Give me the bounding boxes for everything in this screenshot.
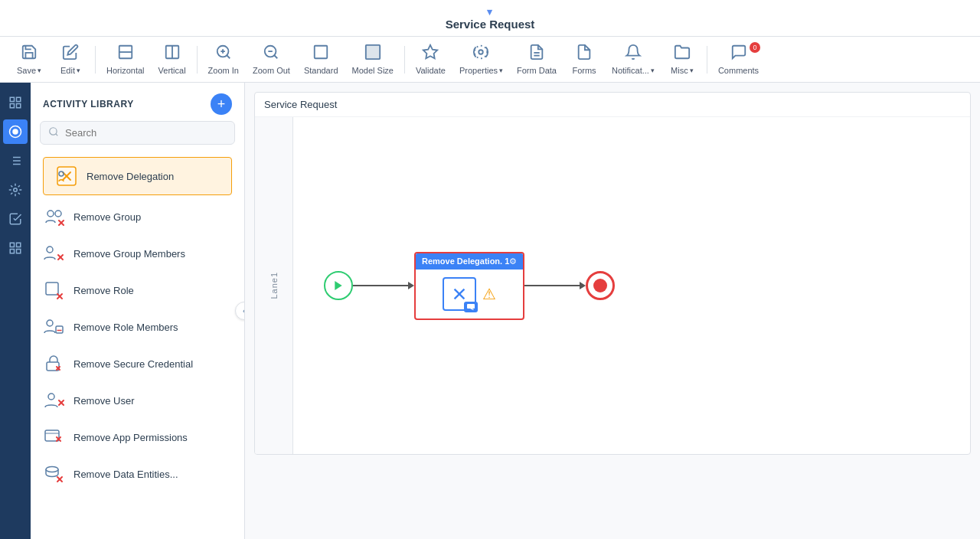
validate-button[interactable]: Validate: [410, 41, 452, 78]
svg-rect-21: [17, 104, 21, 108]
nav-list-icon[interactable]: [3, 149, 28, 173]
sidebar-item-label-remove-group-members: Remove Group Members: [74, 248, 185, 260]
svg-point-72: [46, 467, 58, 472]
page-title-area: ▾ Service Request: [446, 6, 535, 31]
activity-node-gear[interactable]: ⚙: [509, 256, 517, 266]
activity-node-title: Remove Delegation. 1: [422, 256, 509, 266]
misc-icon: [674, 44, 691, 64]
svg-line-38: [18, 185, 20, 187]
sidebar-item-remove-secure-credential[interactable]: Remove Secure Credential: [31, 345, 244, 382]
title-chevron[interactable]: ▾: [487, 6, 492, 18]
nav-layers-icon[interactable]: [3, 207, 28, 231]
chat-bubble: [464, 302, 478, 312]
sidebar-item-remove-delegation-wrapper: Remove Delegation: [31, 154, 244, 198]
model-size-icon: [364, 44, 381, 64]
canvas-flow: Remove Delegation. 1 ⚙: [293, 117, 970, 454]
flow-line-1: [353, 282, 414, 289]
notifications-icon: [625, 44, 642, 64]
forms-label: Forms: [572, 66, 596, 75]
form-data-label: Form Data: [517, 66, 557, 75]
sidebar-header: ACTIVITY LIBRARY +: [31, 83, 244, 121]
activity-sidebar: ACTIVITY LIBRARY +: [31, 83, 245, 539]
save-button[interactable]: Save▾: [9, 41, 49, 78]
properties-icon: [472, 44, 489, 64]
svg-rect-41: [17, 250, 21, 253]
flow-start-node[interactable]: [324, 271, 353, 300]
svg-line-36: [18, 193, 20, 194]
save-arrow: ▾: [38, 67, 41, 74]
forms-button[interactable]: Forms: [564, 41, 604, 78]
sidebar-list: Remove Delegation Remove Group: [31, 151, 244, 539]
validate-label: Validate: [416, 66, 446, 75]
remove-secure-credential-icon: [41, 351, 66, 376]
svg-point-43: [50, 128, 57, 135]
sidebar-item-remove-app-permissions[interactable]: Remove App Permissions: [31, 419, 244, 456]
sidebar-item-label-remove-group: Remove Group: [74, 211, 141, 223]
svg-line-35: [11, 185, 12, 187]
sidebar-item-remove-role[interactable]: Remove Role: [31, 272, 244, 309]
validate-icon: [422, 44, 439, 64]
sidebar-item-label-remove-delegation: Remove Delegation: [87, 171, 174, 182]
sidebar-item-remove-group[interactable]: Remove Group: [31, 198, 244, 235]
flow-line-2: [524, 282, 586, 289]
zoom-in-icon: [215, 44, 232, 64]
flow-end-node[interactable]: [586, 271, 615, 300]
nav-activity-icon[interactable]: [3, 119, 28, 144]
sidebar-item-label-remove-role-members: Remove Role Members: [74, 322, 178, 333]
svg-marker-75: [335, 281, 341, 290]
remove-delegation-icon: [54, 164, 79, 188]
zoom-out-icon: [263, 44, 279, 64]
horizontal-button[interactable]: Horizontal: [100, 41, 151, 78]
svg-rect-19: [17, 97, 21, 101]
comments-icon: [730, 44, 747, 64]
svg-rect-42: [10, 250, 14, 253]
sidebar-item-remove-group-members[interactable]: Remove Group Members: [31, 235, 244, 272]
sidebar-item-remove-user[interactable]: Remove User: [31, 382, 244, 419]
svg-rect-60: [56, 326, 63, 333]
sidebar-item-remove-delegation[interactable]: Remove Delegation: [43, 157, 232, 195]
canvas-header: Service Request: [255, 93, 970, 117]
form-data-icon: [528, 44, 545, 64]
properties-button[interactable]: Properties▾: [453, 41, 509, 78]
svg-rect-68: [45, 430, 59, 441]
svg-point-14: [479, 50, 484, 54]
activity-node-remove-delegation[interactable]: Remove Delegation. 1 ⚙: [414, 252, 524, 320]
canvas-body: Lane1: [255, 117, 970, 454]
misc-button[interactable]: Misc▾: [662, 41, 702, 78]
search-input[interactable]: [65, 127, 227, 139]
page-title: Service Request: [446, 18, 535, 31]
svg-point-59: [47, 320, 53, 326]
svg-rect-40: [17, 243, 21, 247]
form-data-button[interactable]: Form Data: [511, 41, 563, 78]
edit-button[interactable]: Edit▾: [51, 41, 90, 78]
svg-point-15: [475, 46, 488, 59]
zoom-out-button[interactable]: Zoom Out: [247, 41, 296, 78]
svg-rect-39: [10, 243, 14, 247]
svg-line-44: [56, 134, 58, 136]
zoom-in-button[interactable]: Zoom In: [202, 41, 245, 78]
notifications-button[interactable]: Notificat...▾: [606, 41, 661, 78]
sidebar-item-remove-role-members[interactable]: Remove Role Members: [31, 309, 244, 345]
nav-nodes-icon[interactable]: [3, 178, 28, 202]
comments-button[interactable]: 0 Comments: [712, 41, 765, 78]
nav-data-icon[interactable]: [3, 236, 28, 260]
canvas-area[interactable]: Service Request Lane1: [245, 83, 980, 539]
remove-user-icon: [41, 388, 66, 413]
main-layout: ACTIVITY LIBRARY +: [0, 83, 980, 539]
standard-button[interactable]: Standard: [298, 41, 345, 78]
toolbar-sep-3: [404, 46, 405, 74]
model-size-button[interactable]: Model Size: [346, 41, 400, 78]
zoom-out-label: Zoom Out: [253, 66, 290, 75]
sidebar-item-remove-data-entities[interactable]: Remove Data Entities...: [31, 456, 244, 492]
sidebar-add-button[interactable]: +: [211, 93, 232, 115]
properties-label: Properties: [459, 66, 498, 75]
misc-label: Misc: [671, 66, 688, 75]
svg-rect-56: [46, 283, 58, 295]
toolbar: Save▾ Edit▾ Horizontal Vertical Zoom In …: [0, 37, 980, 83]
vertical-button[interactable]: Vertical: [152, 41, 192, 78]
toolbar-sep-2: [197, 46, 198, 74]
svg-point-50: [55, 211, 61, 217]
vertical-label: Vertical: [158, 66, 186, 75]
sidebar-item-label-remove-app-permissions: Remove App Permissions: [74, 432, 188, 443]
nav-apps-icon[interactable]: [3, 90, 28, 115]
